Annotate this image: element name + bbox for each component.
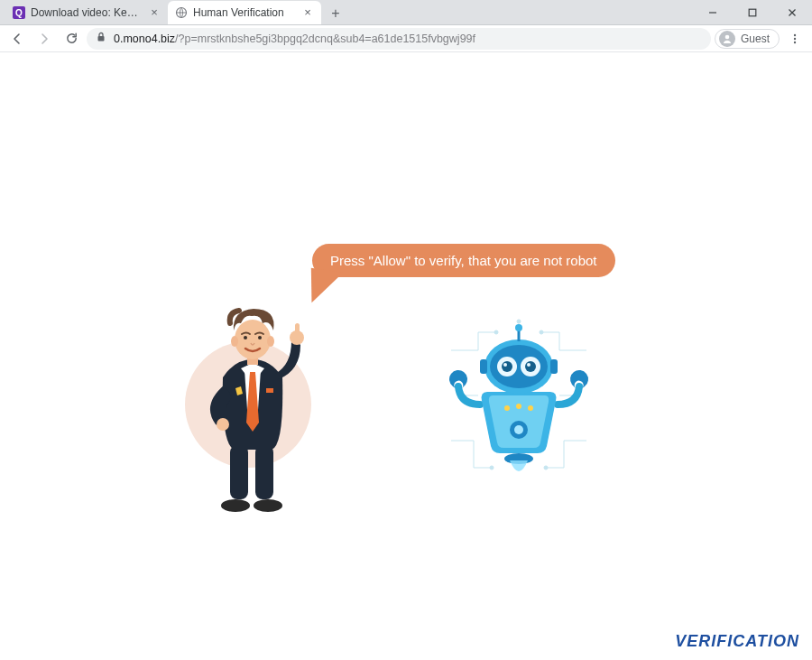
svg-point-23 xyxy=(244,336,247,339)
svg-rect-13 xyxy=(255,445,273,499)
svg-point-43 xyxy=(527,363,531,367)
svg-point-42 xyxy=(503,363,507,367)
svg-point-14 xyxy=(221,499,250,512)
tab-title: Human Verification xyxy=(193,6,296,19)
maximize-button[interactable] xyxy=(733,0,772,25)
svg-point-33 xyxy=(504,405,510,411)
speech-bubble: Press "Allow" to verify, that you are no… xyxy=(312,244,615,277)
footer-verification-text: VERIFICATION xyxy=(675,632,799,651)
robot-svg xyxy=(442,314,595,495)
svg-point-28 xyxy=(490,466,494,469)
kebab-menu-icon[interactable] xyxy=(783,27,807,51)
avatar-icon xyxy=(719,31,735,47)
tab-download-video[interactable]: Q Download video: Keeping Summ… × xyxy=(5,1,168,24)
svg-point-11 xyxy=(794,41,796,42)
svg-text:Q: Q xyxy=(15,8,23,18)
svg-rect-18 xyxy=(266,388,273,393)
new-tab-button[interactable]: + xyxy=(325,3,346,24)
robot-illustration xyxy=(442,314,595,495)
close-icon[interactable]: × xyxy=(148,6,161,19)
back-button[interactable] xyxy=(5,27,29,51)
minimize-button[interactable] xyxy=(693,0,733,25)
browser-toolbar: 0.mono4.biz/?p=mrstknbshe5gi3bpgq2dcnq&s… xyxy=(0,25,812,52)
svg-point-41 xyxy=(525,361,536,372)
svg-point-27 xyxy=(540,330,543,334)
svg-point-47 xyxy=(515,324,522,331)
forward-button[interactable] xyxy=(32,27,56,51)
svg-point-34 xyxy=(516,404,521,409)
svg-point-9 xyxy=(794,33,796,35)
svg-point-15 xyxy=(254,499,282,512)
window-titlebar: Q Download video: Keeping Summ… × Human … xyxy=(0,0,812,25)
svg-rect-17 xyxy=(295,323,300,338)
tab-title: Download video: Keeping Summ… xyxy=(31,6,143,19)
window-controls xyxy=(693,0,812,24)
tab-strip: Q Download video: Keeping Summ… × Human … xyxy=(0,0,350,24)
svg-point-32 xyxy=(514,425,523,434)
svg-point-40 xyxy=(502,361,512,372)
svg-rect-44 xyxy=(480,359,487,374)
bubble-text: Press "Allow" to verify, that you are no… xyxy=(330,253,597,268)
svg-point-10 xyxy=(794,37,796,39)
profile-chip[interactable]: Guest xyxy=(715,29,780,49)
svg-rect-4 xyxy=(749,9,756,16)
man-svg xyxy=(185,287,347,522)
svg-point-35 xyxy=(528,405,533,411)
close-window-button[interactable] xyxy=(772,0,812,25)
address-bar[interactable]: 0.mono4.biz/?p=mrstknbshe5gi3bpgq2dcnq&s… xyxy=(87,28,711,50)
tab-human-verification[interactable]: Human Verification × xyxy=(168,1,321,24)
svg-point-21 xyxy=(231,336,238,347)
svg-point-26 xyxy=(494,330,498,334)
svg-point-29 xyxy=(544,466,548,469)
svg-rect-7 xyxy=(98,36,105,42)
svg-rect-45 xyxy=(550,359,558,374)
svg-point-22 xyxy=(267,336,274,347)
url-path: /?p=mrstknbshe5gi3bpgq2dcnq&sub4=a61de15… xyxy=(175,33,475,45)
svg-point-24 xyxy=(258,336,262,339)
man-illustration xyxy=(185,287,347,522)
url-text: 0.mono4.biz/?p=mrstknbshe5gi3bpgq2dcnq&s… xyxy=(114,33,475,45)
lock-icon xyxy=(96,32,106,45)
svg-point-20 xyxy=(235,320,271,359)
svg-point-30 xyxy=(517,320,521,323)
svg-point-25 xyxy=(217,418,229,431)
svg-rect-12 xyxy=(230,445,248,499)
q-icon: Q xyxy=(13,6,25,19)
url-host: 0.mono4.biz xyxy=(114,33,175,45)
page-content: Press "Allow" to verify, that you are no… xyxy=(0,52,812,660)
svg-point-8 xyxy=(725,34,730,39)
reload-button[interactable] xyxy=(60,27,83,51)
close-icon[interactable]: × xyxy=(301,6,314,19)
profile-label: Guest xyxy=(741,33,770,45)
globe-icon xyxy=(175,6,188,19)
